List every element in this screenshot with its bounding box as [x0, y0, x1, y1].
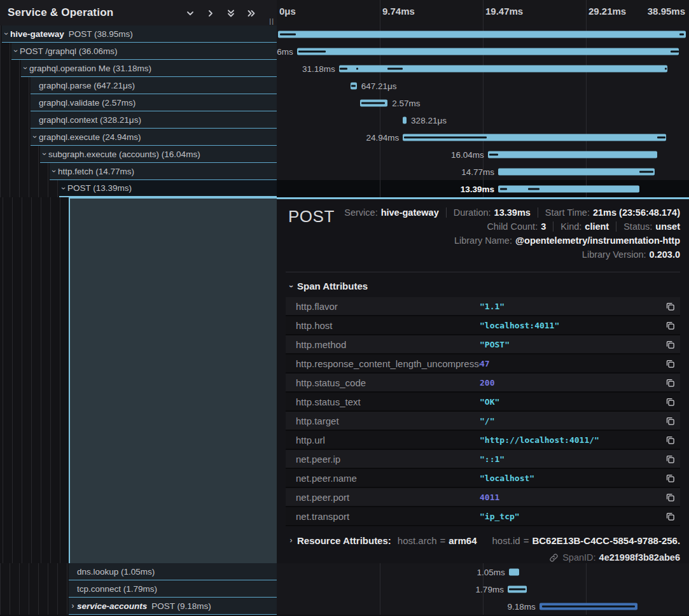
span-attributes-toggle[interactable]: › Span Attributes [287, 281, 680, 291]
span-id-value: 4e21998f3b82abe6 [599, 552, 680, 563]
attribute-key: http.flavor [296, 301, 480, 312]
copy-icon[interactable] [658, 340, 675, 349]
resource-attr-key: host.id [492, 535, 520, 546]
copy-icon[interactable] [658, 321, 675, 330]
meta-value: 3 [541, 221, 546, 232]
copy-icon[interactable] [658, 512, 675, 521]
chevron-right-icon[interactable]: › [69, 601, 77, 610]
span-timeline-cell: 2.57ms [277, 94, 689, 111]
chevron-down-icon[interactable]: › [21, 64, 29, 73]
double-chevron-down-icon[interactable] [226, 8, 236, 18]
chevron-down-icon[interactable] [185, 8, 195, 18]
ruler-tick: 38.95ms [648, 6, 685, 17]
span-operation-label: http.fetch (14.77ms) [58, 167, 134, 176]
span-duration-bar[interactable] [498, 185, 639, 192]
span-row: tcp.connect (1.79ms)1.79ms [0, 580, 689, 598]
span-tree-cell[interactable]: ›graphql.operation Me (31.18ms) [0, 60, 277, 77]
attribute-value: "POST" [480, 340, 658, 349]
span-tree-cell[interactable]: graphql.context (328.21μs) [0, 111, 277, 129]
bar-tick [387, 67, 403, 69]
meta-label: Child Count: [487, 221, 538, 232]
span-id-label: SpanID: [562, 552, 595, 563]
meta-label: Library Name: [454, 235, 512, 246]
detail-band: POST Service:hive-gatewayDuration:13.39m… [0, 197, 689, 563]
copy-icon[interactable] [658, 359, 675, 368]
bar-tick [509, 588, 525, 590]
attribute-key: net.peer.name [296, 473, 480, 484]
meta-label: Duration: [454, 207, 491, 218]
attribute-key: net.peer.port [296, 492, 480, 503]
copy-icon[interactable] [658, 397, 675, 407]
span-tree-cell[interactable]: tcp.connect (1.79ms) [0, 580, 277, 598]
span-tree-cell[interactable]: ›http.fetch (14.77ms) [0, 163, 277, 180]
copy-icon[interactable] [658, 493, 675, 502]
chevron-down-icon[interactable]: › [59, 184, 67, 193]
span-tree-cell[interactable]: graphql.parse (647.21μs) [0, 77, 277, 94]
chevron-down-icon[interactable]: › [2, 29, 10, 38]
attribute-key: http.target [296, 416, 480, 426]
span-duration-bar[interactable] [488, 151, 657, 158]
resource-attributes-toggle[interactable]: Resource Attributes: [297, 535, 391, 546]
attribute-row: http.response_content_length_uncompresse… [286, 354, 680, 374]
span-duration-bar[interactable] [403, 116, 407, 123]
chevron-down-icon[interactable]: › [11, 46, 20, 55]
tree-column-header: Service & Operation || [0, 0, 277, 25]
double-chevron-right-icon[interactable] [246, 8, 256, 18]
span-tree-cell[interactable]: ›service-accountsPOST (9.18ms) [0, 598, 277, 615]
meta-label: Status: [623, 221, 652, 232]
attribute-value: "http://localhost:4011/" [480, 435, 658, 445]
chevron-right-icon[interactable] [205, 8, 216, 18]
span-duration-label: 36.06ms [277, 46, 293, 56]
chevron-down-icon[interactable]: › [31, 132, 39, 141]
copy-icon[interactable] [658, 416, 675, 426]
span-operation-label: tcp.connect (1.79ms) [77, 584, 157, 594]
span-tree-cell[interactable]: dns.lookup (1.05ms) [0, 563, 277, 580]
span-duration-label: 9.18ms [508, 601, 536, 611]
attribute-key: http.status_text [296, 396, 480, 407]
copy-icon[interactable] [658, 435, 675, 445]
bar-tick [404, 136, 487, 138]
attribute-value: "1.1" [480, 302, 658, 311]
ruler-tick: 9.74ms [382, 6, 415, 17]
span-duration-label: 14.77ms [461, 167, 494, 176]
span-operation-label: graphql.validate (2.57ms) [39, 98, 136, 108]
span-attributes-title: Span Attributes [297, 281, 368, 291]
bar-tick [679, 33, 684, 35]
copy-icon[interactable] [658, 378, 675, 388]
span-duration-bar[interactable] [297, 48, 679, 55]
detail-meta-line: Service:hive-gatewayDuration:13.39msStar… [335, 206, 680, 220]
span-tree-cell[interactable]: ›POST (13.39ms) [0, 180, 277, 197]
column-resize-handle[interactable]: || [269, 17, 274, 25]
attribute-value: 47 [480, 359, 658, 368]
span-duration-bar[interactable] [498, 168, 655, 175]
panel-title: Service & Operation [8, 6, 185, 19]
span-row: ›graphql.operation Me (31.18ms)31.18ms [0, 60, 689, 77]
attribute-row: http.url"http://localhost:4011/" [286, 431, 680, 450]
span-tree-cell[interactable]: ›POST /graphql (36.06ms) [0, 43, 277, 60]
bar-tick [280, 33, 296, 35]
bar-tick [657, 136, 665, 138]
link-icon[interactable] [549, 553, 559, 563]
ruler-tick: 19.47ms [485, 6, 523, 17]
span-service-name: service-accounts [77, 601, 147, 611]
span-tree-cell[interactable]: ›subgraph.execute (accounts) (16.04ms) [0, 146, 277, 163]
attribute-value: "localhost" [480, 473, 658, 483]
copy-icon[interactable] [658, 473, 675, 483]
span-tree-cell[interactable]: graphql.validate (2.57ms) [0, 94, 277, 111]
attribute-row: net.peer.name"localhost" [286, 469, 680, 488]
attribute-value: "/" [480, 416, 658, 426]
span-tree-cell[interactable]: ›hive-gatewayPOST (38.95ms) [0, 25, 277, 43]
copy-icon[interactable] [658, 454, 675, 464]
span-duration-bar[interactable] [278, 31, 686, 38]
chevron-down-icon[interactable]: › [40, 150, 48, 158]
meta-value: 13.39ms [494, 207, 531, 218]
resource-attributes-row: › Resource Attributes: host.arch=arm64ho… [287, 535, 680, 546]
meta-label: Kind: [560, 221, 581, 232]
copy-icon[interactable] [658, 302, 675, 311]
meta-label: Library Version: [582, 249, 646, 260]
span-duration-bar[interactable] [509, 568, 519, 575]
span-operation-label: POST (9.18ms) [151, 601, 211, 611]
span-tree-cell[interactable]: ›graphql.execute (24.94ms) [0, 129, 277, 146]
chevron-down-icon[interactable]: › [50, 167, 58, 176]
detail-left-gutter [0, 197, 277, 563]
